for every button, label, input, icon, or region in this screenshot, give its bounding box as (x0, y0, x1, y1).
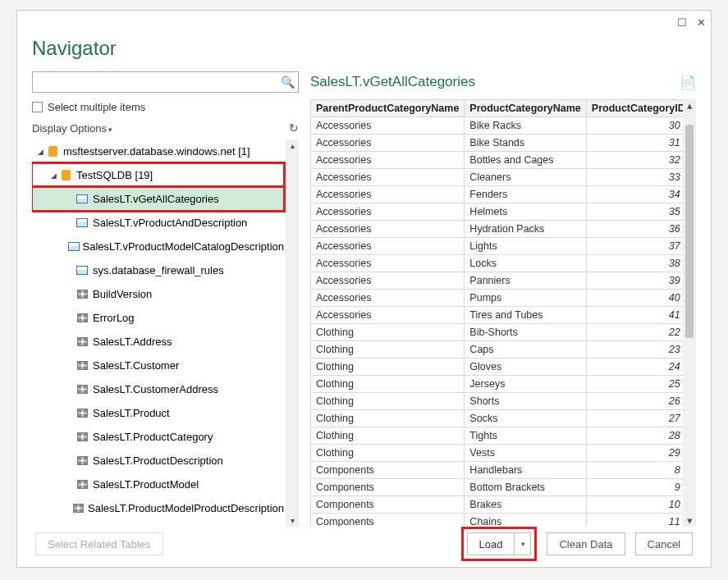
table-row[interactable]: AccessoriesBike Racks30 (311, 117, 691, 135)
document-icon[interactable]: 📄 (680, 75, 696, 90)
load-highlight: Load ▾ (461, 527, 538, 561)
table-cell: Accessories (311, 221, 465, 238)
display-options[interactable]: Display Options▾ (32, 122, 112, 135)
table-cell: Hydration Packs (465, 221, 586, 238)
select-multiple-row[interactable]: Select multiple items (32, 101, 299, 113)
tree-item-label: SalesLT.ProductModelProductDescription (88, 502, 284, 514)
table-cell: Accessories (311, 203, 465, 221)
scroll-up-icon[interactable]: ▴ (687, 99, 693, 112)
table-cell: 8 (586, 462, 690, 479)
tree-item-table-10[interactable]: SalesLT.ProductCategory (32, 425, 284, 449)
table-row[interactable]: AccessoriesFenders34 (311, 186, 691, 203)
tree-server[interactable]: ◢msftestserver.database.windows.net [1] (32, 139, 284, 163)
table-cell: 10 (586, 496, 690, 514)
table-cell: Helmets (465, 203, 586, 221)
column-header[interactable]: ParentProductCategoryName (311, 100, 465, 117)
tree-item-view-1[interactable]: SalesLT.vProductAndDescription (32, 211, 284, 235)
close-icon[interactable]: ✕ (697, 16, 706, 29)
tree-item-view-0[interactable]: SalesLT.vGetAllCategories (32, 187, 284, 211)
tree-item-table-5[interactable]: ErrorLog (32, 306, 284, 330)
clean-data-button[interactable]: Clean Data (547, 532, 625, 555)
table-cell: 22 (586, 324, 690, 341)
table-row[interactable]: ClothingCaps23 (311, 341, 691, 359)
refresh-icon[interactable]: ↻ (289, 121, 299, 135)
table-cell: Pumps (465, 290, 586, 307)
table-row[interactable]: AccessoriesBike Stands31 (311, 135, 691, 152)
cancel-button[interactable]: Cancel (635, 532, 693, 555)
titlebar: ☐ ✕ (17, 11, 711, 34)
select-related-button[interactable]: Select Related Tables (35, 532, 163, 555)
table-cell: Handlebars (465, 462, 586, 479)
table-cell: 39 (586, 272, 690, 290)
table-cell: Accessories (311, 255, 465, 272)
table-row[interactable]: ClothingTights28 (311, 427, 691, 445)
scroll-up-icon[interactable]: ▴ (291, 139, 295, 152)
load-dropdown-button[interactable]: ▾ (515, 532, 531, 555)
table-row[interactable]: AccessoriesHelmets35 (311, 203, 691, 221)
search-box[interactable]: 🔍 (32, 71, 299, 93)
table-cell: 31 (586, 135, 690, 152)
table-row[interactable]: AccessoriesPumps40 (311, 290, 691, 307)
table-row[interactable]: ClothingShorts26 (311, 393, 691, 410)
table-cell: 26 (586, 393, 690, 410)
table-cell: Panniers (465, 272, 586, 290)
expander-icon[interactable]: ◢ (35, 148, 45, 156)
search-icon[interactable]: 🔍 (277, 75, 298, 89)
tree-item-table-9[interactable]: SalesLT.Product (32, 401, 284, 425)
table-icon (75, 336, 89, 349)
dialog-footer: Select Related Tables Load ▾ Clean Data … (17, 521, 711, 567)
tree-scrollbar[interactable]: ▴ ▾ (286, 139, 299, 527)
table-row[interactable]: AccessoriesTires and Tubes41 (311, 307, 691, 324)
table-row[interactable]: ClothingVests29 (311, 445, 691, 462)
table-row[interactable]: AccessoriesCleaners33 (311, 169, 691, 186)
table-cell: 40 (586, 290, 690, 307)
table-cell: Locks (465, 255, 586, 272)
checkbox-icon[interactable] (32, 102, 43, 112)
tree-item-table-4[interactable]: BuildVersion (32, 282, 284, 306)
tree-item-label: BuildVersion (93, 288, 152, 300)
expander-icon[interactable]: ◢ (48, 171, 58, 180)
scrollbar-thumb[interactable] (685, 125, 694, 338)
table-cell: Bike Stands (465, 135, 586, 152)
maximize-icon[interactable]: ☐ (677, 16, 687, 29)
tree-item-table-8[interactable]: SalesLT.CustomerAddress (32, 377, 284, 401)
database-icon (45, 145, 60, 158)
table-row[interactable]: AccessoriesPanniers39 (311, 272, 691, 290)
tree-item-table-6[interactable]: SalesLT.Address (32, 330, 284, 354)
load-button[interactable]: Load (467, 532, 515, 555)
table-row[interactable]: ComponentsBrakes10 (311, 496, 691, 514)
table-row[interactable]: ClothingJerseys25 (311, 376, 691, 393)
table-row[interactable]: ComponentsHandlebars8 (311, 462, 691, 479)
table-row[interactable]: ClothingSocks27 (311, 410, 691, 427)
table-row[interactable]: AccessoriesLights37 (311, 238, 691, 255)
tree-item-view-2[interactable]: SalesLT.vProductModelCatalogDescription (32, 235, 284, 258)
tree-item-label: sys.database_firewall_rules (93, 264, 224, 276)
table-cell: Accessories (311, 135, 465, 152)
column-header[interactable]: ProductCategoryID (586, 100, 690, 117)
tree-item-table-11[interactable]: SalesLT.ProductDescription (32, 449, 284, 473)
table-cell: Gloves (465, 359, 586, 376)
table-cell: 30 (586, 117, 690, 135)
column-header[interactable]: ProductCategoryName (465, 100, 586, 117)
table-cell: 38 (586, 255, 690, 272)
table-row[interactable]: AccessoriesLocks38 (311, 255, 691, 272)
table-cell: 23 (586, 341, 690, 359)
table-cell: Accessories (311, 152, 465, 169)
table-row[interactable]: AccessoriesBottles and Cages32 (311, 152, 691, 169)
table-row[interactable]: ComponentsBottom Brackets9 (311, 479, 691, 496)
table-icon (75, 478, 89, 491)
tree-database[interactable]: ◢TestSQLDB [19] (32, 163, 284, 187)
tree-item-view-3[interactable]: sys.database_firewall_rules (32, 258, 284, 282)
tree-item-table-7[interactable]: SalesLT.Customer (32, 354, 284, 377)
search-input[interactable] (33, 72, 277, 92)
table-row[interactable]: ClothingBib-Shorts22 (311, 324, 691, 341)
preview-pane: SalesLT.vGetAllCategories 📄 ParentProduc… (310, 71, 696, 527)
table-row[interactable]: AccessoriesHydration Packs36 (311, 221, 691, 238)
table-row[interactable]: ClothingGloves24 (311, 359, 691, 376)
table-cell: Bike Racks (465, 117, 586, 135)
grid-scrollbar[interactable]: ▴ ▾ (683, 99, 696, 527)
table-cell: 37 (586, 238, 690, 255)
tree-item-table-13[interactable]: SalesLT.ProductModelProductDescription (32, 496, 284, 520)
tree-item-table-12[interactable]: SalesLT.ProductModel (32, 473, 284, 496)
table-cell: Accessories (311, 307, 465, 324)
